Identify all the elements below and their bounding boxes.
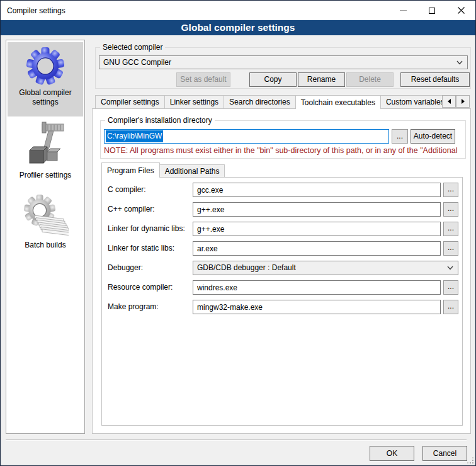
- chevron-down-icon: [456, 60, 463, 65]
- tab-scroll-left-button[interactable]: [442, 95, 456, 108]
- dynamic-linker-label: Linker for dynamic libs:: [108, 224, 185, 233]
- c-compiler-browse-button[interactable]: ...: [443, 183, 458, 197]
- set-as-default-button[interactable]: Set as default: [176, 72, 230, 87]
- close-icon: [458, 7, 465, 14]
- bin-subdirectory-note: NOTE: All programs must exist either in …: [104, 146, 464, 155]
- compiler-select-value: GNU GCC Compiler: [103, 58, 171, 67]
- chevron-down-icon: [447, 266, 453, 270]
- subtab-additional-paths[interactable]: Additional Paths: [159, 164, 225, 178]
- footer-divider-highlight: [6, 440, 467, 441]
- compiler-settings-dialog: Compiler settings Global compiler settin…: [0, 0, 476, 466]
- make-program-row: Make program: ...: [108, 300, 463, 314]
- batch-builds-gear-icon: [22, 194, 69, 239]
- maximize-button[interactable]: [417, 1, 446, 20]
- settings-category-list: Global compiler settings Profiler settin…: [6, 40, 85, 434]
- cpp-compiler-input[interactable]: [193, 202, 441, 217]
- make-program-input[interactable]: [193, 300, 441, 314]
- static-linker-input[interactable]: [193, 241, 441, 256]
- dynamic-linker-row: Linker for dynamic libs: ...: [108, 222, 463, 236]
- sidebar-item-profiler-settings[interactable]: Profiler settings: [8, 122, 83, 180]
- tab-scroll-right-button[interactable]: [456, 95, 470, 108]
- subtab-program-files[interactable]: Program Files: [101, 162, 160, 178]
- c-compiler-row: C compiler: ...: [108, 183, 463, 197]
- reset-defaults-button[interactable]: Reset defaults: [400, 72, 470, 87]
- resource-compiler-label: Resource compiler:: [108, 283, 173, 292]
- minimize-button[interactable]: [388, 1, 417, 20]
- static-linker-row: Linker for static libs: ...: [108, 241, 463, 256]
- auto-detect-button[interactable]: Auto-detect: [411, 129, 455, 144]
- window-title: Compiler settings: [7, 6, 65, 15]
- debugger-select[interactable]: GDB/CDB debugger : Default: [193, 261, 458, 275]
- sidebar-item-global-compiler-settings[interactable]: Global compiler settings: [8, 42, 83, 116]
- resource-compiler-row: Resource compiler: ...: [108, 280, 463, 295]
- copy-button[interactable]: Copy: [249, 72, 297, 87]
- compiler-select[interactable]: GNU GCC Compiler: [99, 55, 468, 69]
- static-linker-label: Linker for static libs:: [108, 244, 174, 253]
- installation-directory-group-label: Compiler's installation directory: [105, 116, 215, 125]
- debugger-label: Debugger:: [108, 263, 143, 272]
- static-linker-browse-button[interactable]: ...: [443, 241, 458, 256]
- cancel-button[interactable]: Cancel: [422, 446, 467, 461]
- debugger-row: Debugger: GDB/CDB debugger : Default: [108, 261, 463, 275]
- cpp-compiler-row: C++ compiler: ...: [108, 202, 463, 217]
- tab-compiler-settings[interactable]: Compiler settings: [95, 95, 165, 109]
- c-compiler-label: C compiler:: [108, 185, 146, 194]
- arrow-right-icon: [462, 99, 465, 104]
- dialog-header: Global compiler settings: [1, 20, 475, 35]
- sidebar-item-label: Global compiler settings: [8, 88, 83, 107]
- sidebar-item-label: Profiler settings: [8, 171, 83, 180]
- dynamic-linker-input[interactable]: [193, 222, 441, 236]
- dynamic-linker-browse-button[interactable]: ...: [443, 222, 458, 236]
- make-program-label: Make program:: [108, 302, 159, 311]
- tab-linker-settings[interactable]: Linker settings: [164, 95, 224, 109]
- resize-grip[interactable]: [467, 457, 474, 464]
- program-files-tab-strip: Program Files Additional Paths: [101, 162, 225, 178]
- installation-directory-input[interactable]: C:\raylib\MinGW: [104, 129, 389, 144]
- sidebar-item-label: Batch builds: [8, 241, 83, 250]
- arrow-left-icon: [448, 99, 451, 104]
- profiler-caliper-icon: [23, 122, 67, 169]
- titlebar[interactable]: Compiler settings: [1, 1, 475, 20]
- resource-compiler-input[interactable]: [193, 280, 441, 295]
- maximize-icon: [429, 8, 435, 14]
- minimize-icon: [400, 10, 407, 11]
- delete-button[interactable]: Delete: [346, 72, 394, 87]
- debugger-select-value: GDB/CDB debugger : Default: [197, 263, 296, 272]
- browse-directory-button[interactable]: ...: [392, 129, 408, 144]
- make-program-browse-button[interactable]: ...: [443, 300, 458, 314]
- cpp-compiler-browse-button[interactable]: ...: [443, 202, 458, 217]
- c-compiler-input[interactable]: [193, 183, 441, 197]
- close-button[interactable]: [446, 1, 475, 20]
- blue-gear-icon: [25, 45, 66, 87]
- main-tab-strip: Compiler settings Linker settings Search…: [95, 95, 470, 109]
- selected-compiler-group-label: Selected compiler: [100, 43, 165, 52]
- rename-button[interactable]: Rename: [298, 72, 345, 87]
- ok-button[interactable]: OK: [370, 446, 414, 461]
- tab-toolchain-executables[interactable]: Toolchain executables: [295, 95, 381, 109]
- resource-compiler-browse-button[interactable]: ...: [443, 280, 458, 295]
- cpp-compiler-label: C++ compiler:: [108, 205, 155, 213]
- installation-directory-value: C:\raylib\MinGW: [106, 130, 163, 142]
- tab-custom-variables[interactable]: Custom variables: [380, 95, 450, 109]
- sidebar-item-batch-builds[interactable]: Batch builds: [8, 194, 83, 250]
- tab-search-directories[interactable]: Search directories: [224, 95, 296, 109]
